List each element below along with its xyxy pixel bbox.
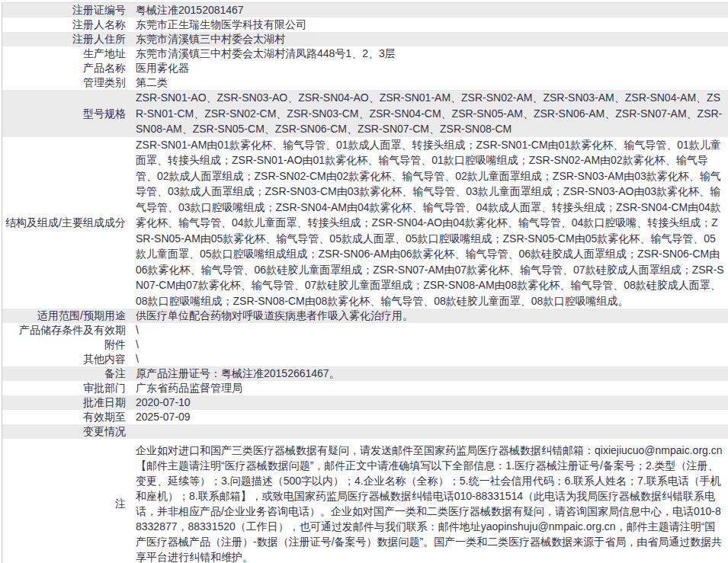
row-label: 适用范围/预期用途: [2, 309, 126, 323]
row-label: 管理类别: [2, 75, 126, 90]
row-label: 注册证编号: [2, 3, 126, 18]
table-rows-container: 注册证编号 粤械注准20152081467 注册人名称 东莞市正生瑞生物医学科技…: [2, 3, 728, 563]
row-label: 注册人名称: [2, 18, 126, 32]
row-value: 广东省药品监督管理局: [126, 381, 728, 395]
row-label: 变更情况: [2, 424, 126, 439]
row-value: 2025-07-09: [126, 410, 728, 424]
row-value: 供医疗单位配合药物对呼吸道疾病患者作吸入雾化治疗用。: [126, 309, 728, 323]
row-label: 其他内容: [2, 352, 126, 366]
row-value: \: [126, 337, 728, 352]
table-row: 注 企业如对进口和国产三类医疗器械数据有疑问，请发送邮件至国家药监局医疗器械数据…: [2, 439, 728, 563]
table-row: 生产地址 东莞市清溪镇三中村委会太湖村清凤路448号1、2、3层: [2, 46, 728, 61]
table-row: 适用范围/预期用途 供医疗单位配合药物对呼吸道疾病患者作吸入雾化治疗用。: [2, 309, 728, 323]
row-label: 产品储存条件及有效期: [2, 323, 126, 337]
table-row: 有效期至 2025-07-09: [2, 410, 728, 424]
table-row: 注册证编号 粤械注准20152081467: [2, 3, 728, 18]
table-row: 批准日期 2020-07-10: [2, 395, 728, 410]
table-row: 管理类别 第二类: [2, 75, 728, 90]
row-value: 东莞市清溪镇三中村委会太湖村: [126, 32, 728, 46]
row-label: 备注: [2, 366, 126, 381]
table-row: 产品储存条件及有效期 \: [2, 323, 728, 337]
row-label: 型号规格: [2, 106, 126, 122]
row-label: 附件: [2, 337, 126, 352]
table-row: 备注 原产品注册证号：粤械注准20152661467。: [2, 366, 728, 381]
row-label: 结构及组成/主要组成成分: [2, 215, 126, 231]
row-value: 2020-07-10: [126, 395, 728, 410]
row-value: 医用雾化器: [126, 61, 728, 75]
table-row: 注册人名称 东莞市正生瑞生物医学科技有限公司: [2, 18, 728, 32]
row-value: 东莞市正生瑞生物医学科技有限公司: [126, 18, 728, 32]
row-label: 审批部门: [2, 381, 126, 395]
table-row: 产品名称 医用雾化器: [2, 61, 728, 75]
row-value: 东莞市清溪镇三中村委会太湖村清凤路448号1、2、3层: [126, 46, 728, 61]
table-row: 审批部门 广东省药品监督管理局: [2, 381, 728, 395]
row-label: 有效期至: [2, 410, 126, 424]
row-value: \: [126, 352, 728, 366]
table-row: 变更情况: [2, 424, 728, 439]
table-row: 其他内容 \: [2, 352, 728, 366]
row-label: 注册人住所: [2, 32, 126, 46]
row-value: ZSR-SN01-AM由01款雾化杯、输气导管、01款成人面罩、转接头组成；ZS…: [126, 137, 728, 309]
table-row: 附件 \: [2, 337, 728, 352]
row-label: 批准日期: [2, 395, 126, 410]
row-value: 第二类: [126, 75, 728, 90]
row-value: 企业如对进口和国产三类医疗器械数据有疑问，请发送邮件至国家药监局医疗器械数据纠错…: [126, 443, 728, 563]
row-value: \: [126, 323, 728, 337]
table-row: 型号规格 ZSR-SN01-AO、ZSR-SN03-AO、ZSR-SN04-AO…: [2, 90, 728, 137]
row-value: 原产品注册证号：粤械注准20152661467。: [126, 366, 728, 381]
row-value: ZSR-SN01-AO、ZSR-SN03-AO、ZSR-SN04-AO、ZSR-…: [126, 90, 728, 137]
row-label: 注: [2, 496, 126, 511]
table-row: 结构及组成/主要组成成分 ZSR-SN01-AM由01款雾化杯、输气导管、01款…: [2, 137, 728, 309]
registration-detail-table: 注册证编号 粤械注准20152081467 注册人名称 东莞市正生瑞生物医学科技…: [2, 2, 728, 563]
row-label: 产品名称: [2, 61, 126, 75]
row-value: 粤械注准20152081467: [126, 3, 728, 18]
row-label: 生产地址: [2, 46, 126, 61]
table-row: 注册人住所 东莞市清溪镇三中村委会太湖村: [2, 32, 728, 46]
